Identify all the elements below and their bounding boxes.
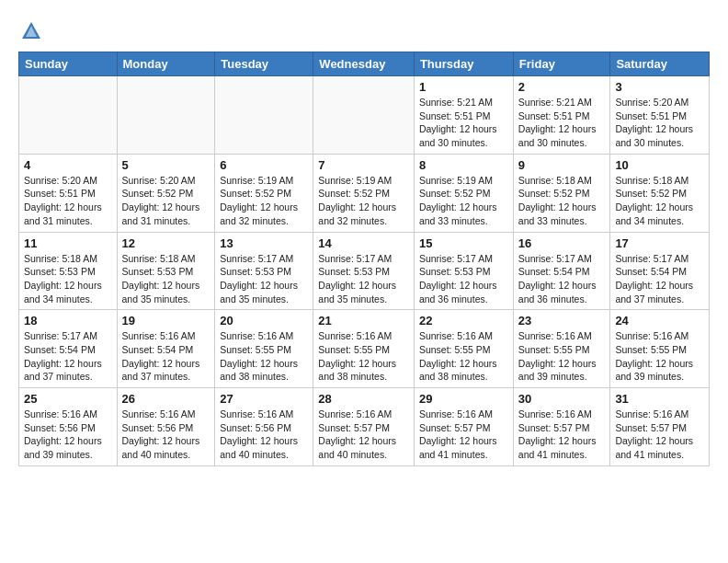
day-number: 14	[318, 236, 409, 250]
day-info: Sunrise: 5:20 AM Sunset: 5:52 PM Dayligh…	[122, 174, 210, 228]
calendar-cell: 19Sunrise: 5:16 AM Sunset: 5:54 PM Dayli…	[117, 310, 215, 388]
day-number: 1	[419, 80, 508, 94]
calendar-cell: 27Sunrise: 5:16 AM Sunset: 5:56 PM Dayli…	[215, 388, 313, 466]
day-info: Sunrise: 5:17 AM Sunset: 5:54 PM Dayligh…	[615, 252, 704, 306]
day-number: 22	[419, 314, 508, 327]
day-number: 20	[220, 314, 308, 327]
calendar-table: SundayMondayTuesdayWednesdayThursdayFrid…	[18, 52, 710, 466]
day-number: 23	[518, 314, 606, 327]
day-info: Sunrise: 5:21 AM Sunset: 5:51 PM Dayligh…	[419, 96, 508, 150]
calendar-cell: 12Sunrise: 5:18 AM Sunset: 5:53 PM Dayli…	[117, 232, 215, 310]
calendar-week-row: 4Sunrise: 5:20 AM Sunset: 5:51 PM Daylig…	[19, 154, 710, 232]
day-info: Sunrise: 5:16 AM Sunset: 5:55 PM Dayligh…	[318, 329, 409, 384]
day-number: 6	[220, 158, 308, 172]
calendar-week-row: 18Sunrise: 5:17 AM Sunset: 5:54 PM Dayli…	[19, 310, 710, 388]
day-info: Sunrise: 5:18 AM Sunset: 5:52 PM Dayligh…	[615, 174, 704, 228]
calendar-cell: 2Sunrise: 5:21 AM Sunset: 5:51 PM Daylig…	[513, 76, 610, 155]
day-number: 5	[122, 158, 210, 172]
logo	[18, 15, 48, 44]
day-info: Sunrise: 5:20 AM Sunset: 5:51 PM Dayligh…	[615, 96, 704, 150]
day-info: Sunrise: 5:17 AM Sunset: 5:53 PM Dayligh…	[220, 252, 308, 306]
calendar-cell: 22Sunrise: 5:16 AM Sunset: 5:55 PM Dayli…	[414, 310, 513, 388]
weekday-header: Thursday	[414, 52, 513, 76]
weekday-header: Sunday	[19, 52, 118, 76]
day-number: 17	[615, 236, 704, 250]
day-number: 8	[419, 158, 508, 172]
day-number: 9	[518, 158, 606, 172]
calendar-cell: 20Sunrise: 5:16 AM Sunset: 5:55 PM Dayli…	[215, 310, 313, 388]
header	[18, 15, 710, 44]
day-number: 2	[518, 80, 606, 94]
calendar-cell: 30Sunrise: 5:16 AM Sunset: 5:57 PM Dayli…	[513, 388, 610, 466]
calendar-cell: 3Sunrise: 5:20 AM Sunset: 5:51 PM Daylig…	[610, 76, 710, 155]
weekday-header: Friday	[513, 52, 610, 76]
day-info: Sunrise: 5:18 AM Sunset: 5:53 PM Dayligh…	[122, 252, 210, 306]
day-info: Sunrise: 5:19 AM Sunset: 5:52 PM Dayligh…	[318, 174, 409, 228]
day-number: 19	[122, 314, 210, 327]
calendar-cell: 28Sunrise: 5:16 AM Sunset: 5:57 PM Dayli…	[313, 388, 415, 466]
calendar-cell: 23Sunrise: 5:16 AM Sunset: 5:55 PM Dayli…	[513, 310, 610, 388]
calendar-cell: 21Sunrise: 5:16 AM Sunset: 5:55 PM Dayli…	[313, 310, 415, 388]
day-number: 10	[615, 158, 704, 172]
day-number: 25	[24, 392, 112, 406]
calendar-cell: 15Sunrise: 5:17 AM Sunset: 5:53 PM Dayli…	[414, 232, 513, 310]
weekday-header: Wednesday	[313, 52, 415, 76]
day-info: Sunrise: 5:16 AM Sunset: 5:56 PM Dayligh…	[24, 408, 112, 462]
calendar-cell: 31Sunrise: 5:16 AM Sunset: 5:57 PM Dayli…	[610, 388, 710, 466]
weekday-header: Saturday	[610, 52, 710, 76]
calendar-cell: 8Sunrise: 5:19 AM Sunset: 5:52 PM Daylig…	[414, 154, 513, 232]
day-number: 31	[615, 392, 704, 406]
calendar-week-row: 25Sunrise: 5:16 AM Sunset: 5:56 PM Dayli…	[19, 388, 710, 466]
day-number: 21	[318, 314, 409, 327]
day-info: Sunrise: 5:16 AM Sunset: 5:55 PM Dayligh…	[419, 329, 508, 384]
calendar-cell: 13Sunrise: 5:17 AM Sunset: 5:53 PM Dayli…	[215, 232, 313, 310]
day-info: Sunrise: 5:16 AM Sunset: 5:55 PM Dayligh…	[220, 329, 308, 384]
calendar-cell: 26Sunrise: 5:16 AM Sunset: 5:56 PM Dayli…	[117, 388, 215, 466]
calendar-header-row: SundayMondayTuesdayWednesdayThursdayFrid…	[19, 52, 710, 76]
day-number: 27	[220, 392, 308, 406]
day-info: Sunrise: 5:17 AM Sunset: 5:53 PM Dayligh…	[318, 252, 409, 306]
day-info: Sunrise: 5:16 AM Sunset: 5:57 PM Dayligh…	[518, 408, 606, 462]
day-info: Sunrise: 5:18 AM Sunset: 5:53 PM Dayligh…	[24, 252, 112, 306]
day-number: 15	[419, 236, 508, 250]
calendar-cell: 17Sunrise: 5:17 AM Sunset: 5:54 PM Dayli…	[610, 232, 710, 310]
logo-icon	[18, 18, 44, 44]
calendar-week-row: 1Sunrise: 5:21 AM Sunset: 5:51 PM Daylig…	[19, 76, 710, 155]
day-number: 29	[419, 392, 508, 406]
calendar-cell	[215, 76, 313, 155]
day-number: 7	[318, 158, 409, 172]
calendar-cell	[19, 76, 118, 155]
calendar-cell: 1Sunrise: 5:21 AM Sunset: 5:51 PM Daylig…	[414, 76, 513, 155]
calendar-cell: 11Sunrise: 5:18 AM Sunset: 5:53 PM Dayli…	[19, 232, 118, 310]
day-info: Sunrise: 5:17 AM Sunset: 5:54 PM Dayligh…	[24, 329, 112, 384]
day-info: Sunrise: 5:20 AM Sunset: 5:51 PM Dayligh…	[24, 174, 112, 228]
day-number: 12	[122, 236, 210, 250]
day-info: Sunrise: 5:19 AM Sunset: 5:52 PM Dayligh…	[220, 174, 308, 228]
weekday-header: Monday	[117, 52, 215, 76]
day-info: Sunrise: 5:18 AM Sunset: 5:52 PM Dayligh…	[518, 174, 606, 228]
calendar-cell	[313, 76, 415, 155]
day-info: Sunrise: 5:16 AM Sunset: 5:57 PM Dayligh…	[419, 408, 508, 462]
calendar-cell: 29Sunrise: 5:16 AM Sunset: 5:57 PM Dayli…	[414, 388, 513, 466]
day-info: Sunrise: 5:19 AM Sunset: 5:52 PM Dayligh…	[419, 174, 508, 228]
calendar-cell: 6Sunrise: 5:19 AM Sunset: 5:52 PM Daylig…	[215, 154, 313, 232]
day-info: Sunrise: 5:16 AM Sunset: 5:57 PM Dayligh…	[615, 408, 704, 462]
calendar-week-row: 11Sunrise: 5:18 AM Sunset: 5:53 PM Dayli…	[19, 232, 710, 310]
day-info: Sunrise: 5:17 AM Sunset: 5:53 PM Dayligh…	[419, 252, 508, 306]
calendar-cell: 7Sunrise: 5:19 AM Sunset: 5:52 PM Daylig…	[313, 154, 415, 232]
calendar-cell: 25Sunrise: 5:16 AM Sunset: 5:56 PM Dayli…	[19, 388, 118, 466]
day-number: 16	[518, 236, 606, 250]
day-info: Sunrise: 5:16 AM Sunset: 5:55 PM Dayligh…	[518, 329, 606, 384]
calendar-cell: 14Sunrise: 5:17 AM Sunset: 5:53 PM Dayli…	[313, 232, 415, 310]
calendar-cell: 4Sunrise: 5:20 AM Sunset: 5:51 PM Daylig…	[19, 154, 118, 232]
calendar-cell: 18Sunrise: 5:17 AM Sunset: 5:54 PM Dayli…	[19, 310, 118, 388]
day-info: Sunrise: 5:16 AM Sunset: 5:54 PM Dayligh…	[122, 329, 210, 384]
calendar-cell: 10Sunrise: 5:18 AM Sunset: 5:52 PM Dayli…	[610, 154, 710, 232]
calendar-cell: 24Sunrise: 5:16 AM Sunset: 5:55 PM Dayli…	[610, 310, 710, 388]
day-number: 18	[24, 314, 112, 327]
day-info: Sunrise: 5:16 AM Sunset: 5:56 PM Dayligh…	[220, 408, 308, 462]
page: SundayMondayTuesdayWednesdayThursdayFrid…	[0, 0, 728, 481]
day-number: 26	[122, 392, 210, 406]
calendar-cell: 9Sunrise: 5:18 AM Sunset: 5:52 PM Daylig…	[513, 154, 610, 232]
calendar-cell	[117, 76, 215, 155]
